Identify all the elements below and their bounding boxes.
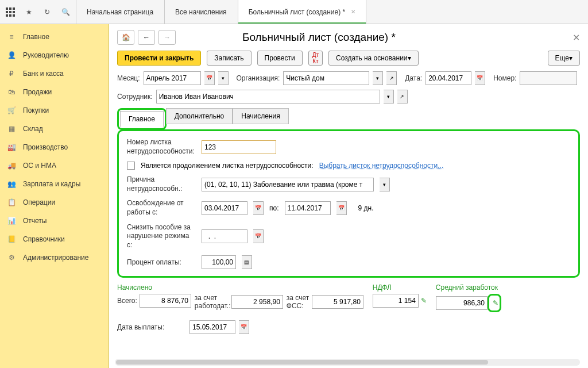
sheet-no-label: Номер листка нетрудоспособности: bbox=[127, 138, 196, 156]
save-button[interactable]: Записать bbox=[207, 51, 251, 66]
subtab-accruals[interactable]: Начисления bbox=[233, 108, 289, 124]
post-and-close-button[interactable]: Провести и закрыть bbox=[117, 51, 201, 66]
release-to-label: по: bbox=[269, 204, 279, 212]
org-label: Организация: bbox=[237, 74, 280, 82]
sidebar-item-label: Операции bbox=[23, 198, 55, 206]
subtab-main[interactable]: Главное bbox=[120, 111, 164, 127]
open-icon[interactable]: ↗ bbox=[397, 90, 408, 103]
total-label: Всего: bbox=[117, 297, 137, 305]
sidebar-item-catalogs[interactable]: 📒Справочники bbox=[0, 230, 109, 248]
chevron-down-icon[interactable]: ▾ bbox=[380, 178, 390, 191]
dtkt-button[interactable]: ДтКт bbox=[308, 51, 323, 66]
history-icon[interactable]: ↻ bbox=[41, 6, 53, 18]
home-button[interactable]: 🏠 bbox=[117, 30, 134, 45]
calendar-icon[interactable]: 📅 bbox=[336, 201, 347, 215]
sidebar-item-sales[interactable]: 🛍Продажи bbox=[0, 83, 109, 101]
sidebar-item-warehouse[interactable]: ▦Склад bbox=[0, 120, 109, 138]
sidebar-item-main[interactable]: ≡Главное bbox=[0, 28, 109, 46]
create-based-button[interactable]: Создать на основании ▾ bbox=[328, 51, 419, 66]
sidebar-item-operations[interactable]: 📋Операции bbox=[0, 193, 109, 212]
avg-title: Средний заработок bbox=[436, 283, 501, 292]
main-panel: Номер листка нетрудоспособности: Являетс… bbox=[117, 129, 580, 278]
tab-sick-leave[interactable]: Больничный лист (создание) *✕ bbox=[238, 0, 367, 24]
calendar-icon[interactable]: 📅 bbox=[239, 320, 249, 334]
tab-home[interactable]: Начальная страница bbox=[76, 0, 164, 24]
sidebar-item-label: Справочники bbox=[23, 235, 65, 243]
sidebar-item-reports[interactable]: 📊Отчеты bbox=[0, 212, 109, 230]
sidebar-item-payroll[interactable]: 👥Зарплата и кадры bbox=[0, 175, 109, 193]
sidebar-item-assets[interactable]: 🚚ОС и НМА bbox=[0, 156, 109, 175]
ndfl-title: НДФЛ bbox=[373, 283, 427, 292]
sidebar-item-label: Производство bbox=[23, 143, 68, 151]
percent-input[interactable] bbox=[202, 255, 236, 269]
forward-button[interactable]: → bbox=[158, 30, 176, 45]
sidebar-item-label: Склад bbox=[23, 125, 43, 133]
sidebar-item-bank[interactable]: ₽Банк и касса bbox=[0, 64, 109, 83]
chart-icon: 📊 bbox=[7, 216, 16, 225]
calendar-icon[interactable]: 📅 bbox=[204, 71, 215, 85]
chevron-down-icon: ▾ bbox=[569, 54, 572, 62]
sidebar-item-label: Продажи bbox=[23, 88, 52, 96]
calendar-icon[interactable]: 📅 bbox=[253, 229, 264, 243]
tab-label: Больничный лист (создание) * bbox=[249, 8, 346, 16]
org-input[interactable] bbox=[283, 71, 369, 85]
open-icon[interactable]: ↗ bbox=[386, 71, 397, 85]
reason-label: Причина нетрудоспособн.: bbox=[127, 175, 196, 193]
fss-label: за счет ФСС: bbox=[287, 294, 310, 310]
post-button[interactable]: Провести bbox=[257, 51, 303, 66]
subtab-additional[interactable]: Дополнительно bbox=[166, 108, 233, 124]
back-button[interactable]: ← bbox=[138, 30, 155, 45]
sidebar-item-admin[interactable]: ⚙Администрирование bbox=[0, 248, 109, 267]
sheet-no-input[interactable] bbox=[202, 140, 276, 154]
pay-date-input[interactable] bbox=[189, 320, 235, 334]
sidebar-item-label: Отчеты bbox=[23, 217, 47, 225]
sidebar-item-manager[interactable]: 👤Руководителю bbox=[0, 46, 109, 64]
sidebar-item-label: Главное bbox=[23, 33, 49, 41]
bag-icon: 🛍 bbox=[7, 87, 16, 97]
calendar-icon[interactable]: 📅 bbox=[475, 71, 485, 85]
month-input[interactable] bbox=[144, 71, 201, 85]
close-icon[interactable]: ✕ bbox=[351, 9, 355, 15]
number-input[interactable] bbox=[520, 71, 577, 85]
select-sheet-link[interactable]: Выбрать листок нетрудоспособности... bbox=[319, 162, 444, 170]
release-to-input[interactable] bbox=[285, 201, 331, 215]
date-input[interactable] bbox=[425, 71, 471, 85]
avg-input[interactable] bbox=[436, 296, 488, 310]
continuation-checkbox[interactable] bbox=[127, 162, 135, 170]
horizontal-scrollbar[interactable] bbox=[115, 359, 580, 366]
search-icon[interactable]: 🔍 bbox=[60, 6, 71, 18]
number-label: Номер: bbox=[493, 74, 516, 82]
truck-icon: 🚚 bbox=[7, 161, 16, 170]
chevron-down-icon[interactable]: ▾ bbox=[384, 90, 394, 103]
date-label: Дата: bbox=[405, 74, 422, 82]
tab-all-accruals[interactable]: Все начисления bbox=[164, 0, 238, 24]
employer-input[interactable] bbox=[231, 295, 283, 309]
star-icon[interactable]: ★ bbox=[23, 6, 34, 18]
fss-input[interactable] bbox=[312, 295, 363, 309]
sidebar-item-production[interactable]: 🏭Производство bbox=[0, 138, 109, 156]
total-input[interactable] bbox=[140, 294, 191, 308]
pencil-icon[interactable]: ✎ bbox=[493, 299, 498, 307]
highlight-marker: ✎ bbox=[488, 294, 501, 312]
calendar-icon[interactable]: 📅 bbox=[253, 201, 264, 215]
gear-icon: ⚙ bbox=[7, 253, 16, 262]
month-label: Месяц: bbox=[117, 74, 140, 82]
close-icon[interactable]: ✕ bbox=[572, 32, 580, 43]
sidebar-item-label: Зарплата и кадры bbox=[23, 180, 80, 188]
ndfl-input[interactable] bbox=[373, 294, 419, 308]
highlight-marker: Главное bbox=[117, 108, 167, 130]
people-icon: 👥 bbox=[7, 179, 16, 189]
percent-label: Процент оплаты: bbox=[127, 258, 196, 267]
more-button[interactable]: Еще ▾ bbox=[548, 51, 580, 66]
reason-input[interactable] bbox=[202, 178, 374, 191]
chevron-down-icon[interactable]: ▾ bbox=[373, 71, 383, 85]
calc-icon[interactable]: ▤ bbox=[242, 255, 252, 269]
reduce-date-input[interactable] bbox=[202, 229, 247, 243]
release-from-input[interactable] bbox=[202, 201, 247, 215]
apps-icon[interactable] bbox=[5, 6, 16, 18]
employee-input[interactable] bbox=[156, 90, 380, 103]
stepper-icon[interactable]: ▾ bbox=[218, 71, 229, 85]
sidebar-item-purchases[interactable]: 🛒Покупки bbox=[0, 101, 109, 120]
pencil-icon[interactable]: ✎ bbox=[421, 297, 427, 305]
continuation-label: Является продолжением листка нетрудоспос… bbox=[141, 162, 314, 170]
